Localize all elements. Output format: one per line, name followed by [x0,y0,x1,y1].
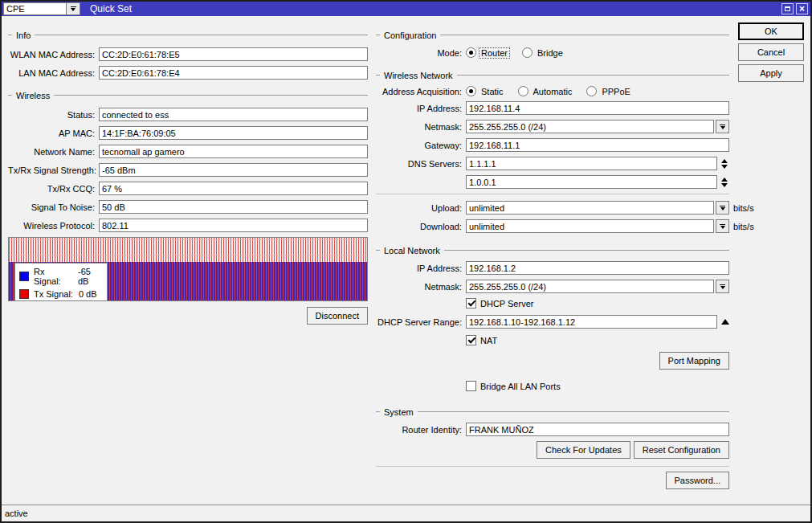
acquisition-option-automatic[interactable]: Automatic [518,86,574,96]
maximize-icon [785,6,790,11]
bridge-all-lan-ports-label[interactable]: Bridge All LAN Ports [480,382,561,391]
dns-server-1-down-button[interactable] [721,165,728,169]
pppoe-radio[interactable] [586,86,597,96]
rx-legend-label: Rx Signal: [34,267,72,286]
gateway-field[interactable] [466,138,729,152]
signal-to-noise-row: Signal To Noise: [8,200,368,214]
dns-server-2-down-button[interactable] [721,183,728,187]
static-radio-label[interactable]: Static [479,87,505,96]
password-row: Password... [376,472,729,489]
maximize-button[interactable] [781,3,794,14]
lan-ip-row: IP Address: [376,261,729,275]
quick-set-window: CPE Quick Set Info WLAN MAC Address: LAN… [0,0,812,523]
ccq-field[interactable] [99,182,368,195]
wlan-mac-field[interactable] [99,47,368,61]
wireless-network-section-header: Wireless Network [376,71,729,80]
download-dropdown-button[interactable] [716,219,729,233]
reset-configuration-button[interactable]: Reset Configuration [634,441,729,459]
dropdown-icon [720,284,725,289]
dns-server-field-2[interactable] [466,175,717,189]
wireless-protocol-field[interactable] [99,219,368,232]
dns-server-2-spinner [720,178,729,187]
gateway-label: Gateway: [376,141,466,150]
lan-netmask-dropdown-button[interactable] [716,280,729,293]
ap-mac-field[interactable] [99,126,368,140]
lan-ip-field[interactable] [466,261,729,275]
wan-netmask-field[interactable] [466,120,714,133]
local-network-section-header: Local Network [376,246,729,255]
port-mapping-button[interactable]: Port Mapping [659,352,729,370]
dropdown-icon [720,206,725,210]
network-name-row: Network Name: [8,145,368,158]
pppoe-radio-label[interactable]: PPPoE [600,87,631,96]
legend-tx-row: Tx Signal: 0 dB [19,289,103,299]
system-buttons-row: Check For Updates Reset Configuration [376,441,729,459]
apply-button[interactable]: Apply [738,64,804,82]
upload-field[interactable] [466,201,714,215]
wlan-mac-label: WLAN MAC Address: [8,50,99,59]
bridge-all-lan-ports-checkbox[interactable] [466,381,476,391]
router-radio-label[interactable]: Router [479,48,509,58]
lan-netmask-field[interactable] [466,280,714,293]
configuration-section-title: Configuration [384,31,436,40]
dns-servers-label: DNS Servers: [376,159,466,169]
dns-server-2-up-button[interactable] [721,178,728,182]
upload-dropdown-button[interactable] [716,201,729,215]
nat-checkbox-label[interactable]: NAT [480,336,497,345]
automatic-radio-label[interactable]: Automatic [532,87,574,96]
router-identity-label: Router Identity: [376,425,466,435]
disconnect-button[interactable]: Disconnect [307,307,368,325]
port-mapping-row: Port Mapping [376,352,729,370]
download-label: Download: [376,222,466,231]
dhcp-range-collapse-button[interactable] [721,319,729,325]
dns-server-field-1[interactable] [466,157,717,170]
nat-checkbox[interactable] [466,335,476,345]
ok-button[interactable]: OK [738,22,804,40]
close-button[interactable] [796,3,808,14]
signal-to-noise-field[interactable] [99,200,368,214]
cancel-button[interactable]: Cancel [738,43,804,61]
wan-netmask-dropdown-button[interactable] [716,120,729,133]
bridge-radio-label[interactable]: Bridge [536,48,565,58]
check-for-updates-button[interactable]: Check For Updates [537,441,630,459]
wireless-network-section-title: Wireless Network [384,71,453,80]
info-section-title: Info [16,31,31,40]
info-section-header: Info [8,31,368,39]
acquisition-option-pppoe[interactable]: PPPoE [586,86,631,96]
mode-label: Mode: [376,48,466,58]
gateway-row: Gateway: [376,138,729,152]
dhcp-server-checkbox-label[interactable]: DHCP Server [480,299,533,308]
mode-option-bridge[interactable]: Bridge [522,47,565,58]
dns-server-1-spinner [720,159,729,169]
static-radio[interactable] [466,86,476,96]
network-name-field[interactable] [99,145,368,158]
signal-strength-field[interactable] [99,163,368,177]
lan-mac-field[interactable] [99,66,368,80]
chart-legend: Rx Signal: -65 dB Tx Signal: 0 dB [14,263,108,301]
status-row: Status: [8,108,368,121]
quickset-mode-select[interactable]: CPE [3,2,80,15]
titlebar: CPE Quick Set [2,2,810,16]
signal-to-noise-label: Signal To Noise: [8,202,99,212]
mode-row: Mode: Router Bridge [376,47,729,58]
dhcp-range-field[interactable] [466,315,717,329]
tx-legend-swatch [19,289,29,299]
router-radio[interactable] [466,47,476,58]
lan-netmask-label: Netmask: [376,282,466,292]
status-field[interactable] [99,108,368,121]
bridge-radio[interactable] [522,47,532,58]
mode-option-router[interactable]: Router [466,47,509,58]
acquisition-option-static[interactable]: Static [466,86,505,96]
quickset-mode-value[interactable]: CPE [3,2,67,15]
separator [376,194,729,194]
dns-server-1-up-button[interactable] [721,159,728,163]
dhcp-server-checkbox[interactable] [466,298,476,308]
wan-ip-field[interactable] [466,101,729,115]
quickset-mode-dropdown-button[interactable] [67,2,80,15]
automatic-radio[interactable] [518,86,528,96]
download-field[interactable] [466,219,714,233]
ccq-label: Tx/Rx CCQ: [8,184,99,194]
password-button[interactable]: Password... [666,472,729,489]
status-bar: active [2,505,810,521]
router-identity-field[interactable] [466,423,729,436]
